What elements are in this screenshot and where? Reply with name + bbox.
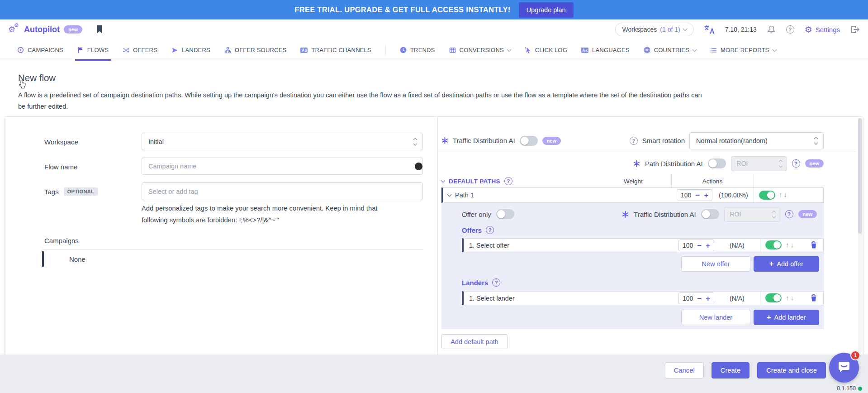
- notifications-bell-icon[interactable]: [767, 25, 776, 34]
- flow-editor-card: Workspace Initial Flow name Tags OPTIONA…: [5, 116, 863, 355]
- version-label: 0.1.150: [837, 385, 862, 392]
- default-paths-toggle[interactable]: DEFAULT PATHS ?: [441, 177, 512, 185]
- plus-icon[interactable]: +: [706, 295, 710, 302]
- offer-only-label: Offer only: [462, 211, 491, 218]
- move-up-icon[interactable]: ↑: [779, 191, 783, 198]
- lander-weight-stepper[interactable]: 100 − +: [678, 292, 714, 304]
- offer-enabled-toggle[interactable]: [765, 240, 782, 249]
- offer-row[interactable]: 1. Select offer 100 − + (N/A) ↑ ↓: [462, 238, 824, 252]
- tab-more-reports[interactable]: MORE REPORTS: [710, 39, 776, 61]
- tab-languages[interactable]: LANGUAGES: [581, 39, 630, 61]
- path-ai-toggle[interactable]: [708, 158, 726, 168]
- add-lander-button[interactable]: + Add lander: [754, 310, 819, 325]
- status-dot: [858, 387, 862, 391]
- lander-row[interactable]: 1. Select lander 100 − + (N/A) ↑ ↓: [462, 291, 824, 305]
- add-offer-button[interactable]: + Add offer: [754, 256, 819, 272]
- column-divider: [754, 174, 754, 188]
- trial-banner-text: FREE TRIAL. UPGRADE & GET FULL ACCESS IN…: [294, 5, 510, 14]
- add-default-path-button[interactable]: Add default path: [441, 334, 508, 349]
- clock-icon: [400, 47, 407, 53]
- workspace-select[interactable]: Initial: [142, 133, 423, 150]
- create-button[interactable]: Create: [711, 362, 749, 379]
- scrollbar-thumb[interactable]: [858, 118, 862, 234]
- path-enabled-toggle[interactable]: [759, 191, 775, 200]
- tab-offer-sources[interactable]: OFFER SOURCES: [224, 39, 287, 61]
- move-down-icon[interactable]: ↓: [791, 241, 794, 249]
- path-ai-metric-select[interactable]: ROI: [731, 156, 787, 171]
- cancel-button[interactable]: Cancel: [665, 362, 704, 379]
- create-and-close-button[interactable]: Create and close: [757, 362, 826, 379]
- offer-only-toggle[interactable]: [496, 209, 514, 219]
- tab-landers[interactable]: LANDERS: [171, 39, 210, 61]
- smart-rotation-help-icon[interactable]: ?: [630, 137, 638, 145]
- plus-icon[interactable]: +: [706, 242, 710, 249]
- help-icon[interactable]: ?: [786, 25, 794, 34]
- delete-offer-icon[interactable]: [810, 241, 817, 249]
- offers-help-icon[interactable]: ?: [486, 226, 494, 234]
- main-nav: CAMPAIGNS FLOWS OFFERS LANDERS OFFER SOU…: [0, 39, 868, 61]
- paths-panel: Traffic Distribution AI new ? Smart rota…: [437, 117, 855, 355]
- minus-icon[interactable]: −: [697, 242, 702, 249]
- header-controls: Workspaces (1 of 1) 7.10, 21:13 ? ⚙: [615, 23, 860, 36]
- move-down-icon[interactable]: ↓: [784, 191, 787, 198]
- flow-name-indicator-dot[interactable]: [415, 163, 422, 170]
- workspaces-selector[interactable]: Workspaces (1 of 1): [615, 23, 694, 36]
- tab-click-log[interactable]: CLICK LOG: [525, 39, 567, 61]
- move-up-icon[interactable]: ↑: [786, 241, 789, 249]
- translate-icon[interactable]: [704, 25, 715, 34]
- click-cursor-icon: [525, 47, 531, 53]
- lander-enabled-toggle[interactable]: [765, 293, 782, 302]
- select-updown-icon: [779, 160, 782, 167]
- tags-input[interactable]: [142, 182, 423, 200]
- bookmark-icon[interactable]: [96, 25, 103, 34]
- weight-column-header: Weight: [595, 178, 671, 185]
- delete-lander-icon[interactable]: [810, 294, 817, 302]
- tab-conversions[interactable]: CONVERSIONS: [449, 39, 511, 61]
- path-ai-new-badge: new: [805, 159, 824, 168]
- brand-new-badge: new: [64, 25, 82, 34]
- column-divider: [760, 292, 760, 305]
- landers-help-icon[interactable]: ?: [492, 278, 500, 287]
- move-up-icon[interactable]: ↑: [786, 294, 789, 302]
- ai-snowflake-icon: [441, 137, 448, 144]
- minus-icon[interactable]: −: [697, 295, 702, 302]
- paper-plane-icon: [171, 47, 178, 53]
- new-lander-button[interactable]: New lander: [681, 310, 750, 325]
- chat-unread-badge: 1: [850, 350, 860, 360]
- row-ai-metric-select[interactable]: ROI: [724, 207, 780, 222]
- path-weight-stepper[interactable]: 100 − +: [677, 189, 712, 201]
- path-ai-help-icon[interactable]: ?: [792, 159, 800, 168]
- landers-section-title: Landers ?: [462, 278, 500, 287]
- tab-offers[interactable]: OFFERS: [123, 39, 157, 61]
- trial-banner: FREE TRIAL. UPGRADE & GET FULL ACCESS IN…: [0, 0, 868, 19]
- language-icon: [581, 47, 588, 53]
- shuffle-icon: [123, 47, 129, 53]
- upgrade-plan-button[interactable]: Upgrade plan: [519, 2, 574, 18]
- offer-weight-stepper[interactable]: 100 − +: [678, 240, 714, 251]
- traffic-ai-toggle[interactable]: [520, 136, 538, 146]
- lander-weight-percent: (N/A): [730, 295, 745, 302]
- row-ai-help-icon[interactable]: ?: [785, 210, 793, 218]
- lander-reorder-arrows: ↑ ↓: [786, 294, 794, 302]
- smart-rotation-select[interactable]: Normal rotation(random): [689, 132, 824, 149]
- column-divider: [671, 174, 672, 188]
- chat-widget-button[interactable]: 1: [829, 353, 859, 383]
- logout-icon[interactable]: [850, 25, 860, 34]
- globe-icon: [644, 47, 650, 53]
- settings-button[interactable]: ⚙ Settings: [805, 25, 840, 34]
- row-traffic-ai-toggle[interactable]: [701, 209, 719, 219]
- brand-logo[interactable]: ⚙ ⚙ Autopilot new: [8, 24, 82, 35]
- plus-icon[interactable]: +: [704, 192, 708, 199]
- gears-icon: ⚙ ⚙: [8, 24, 20, 35]
- tab-countries[interactable]: COUNTRIES: [644, 39, 696, 61]
- default-paths-help-icon[interactable]: ?: [504, 177, 512, 185]
- tab-traffic-channels[interactable]: TRAFFIC CHANNELS: [300, 39, 371, 61]
- minus-icon[interactable]: −: [695, 192, 700, 199]
- move-down-icon[interactable]: ↓: [791, 294, 794, 302]
- flow-name-input[interactable]: [142, 158, 423, 175]
- select-updown-icon: [414, 138, 417, 145]
- new-offer-button[interactable]: New offer: [681, 256, 750, 272]
- tab-campaigns[interactable]: CAMPAIGNS: [17, 39, 63, 61]
- tab-flows[interactable]: FLOWS: [77, 39, 109, 61]
- tab-trends[interactable]: TRENDS: [400, 39, 435, 61]
